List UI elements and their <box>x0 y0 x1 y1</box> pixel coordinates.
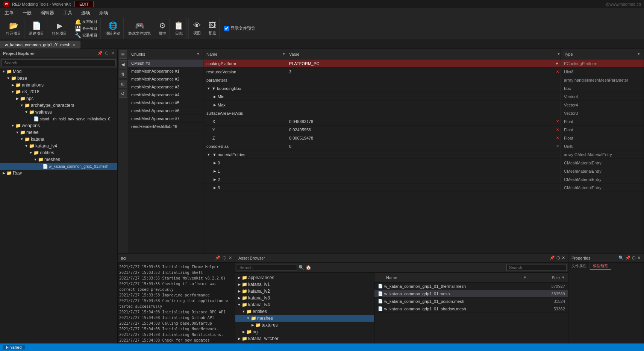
prop-row-cooking[interactable]: cookingPlatform PLATFORM_PC ▼ ECookingPl… <box>203 59 644 68</box>
tree-item-base[interactable]: ▼ 📁 base <box>0 75 117 82</box>
filter-col-icon[interactable]: ▼ <box>523 275 527 280</box>
view-button[interactable]: 👁 视图 <box>190 18 204 39</box>
expand-icon[interactable]: ▶ <box>212 186 217 190</box>
pack-project-button[interactable]: ▶ 打包项目 <box>49 18 70 39</box>
publish-group[interactable]: 🔔 发布项目 💾 备份项目 🔧 安装项目 <box>72 18 101 39</box>
properties-button[interactable]: ⚙ 属性 <box>156 18 170 39</box>
pin-icon[interactable]: 📌 <box>97 51 103 56</box>
chunk-item-rend[interactable]: rendRenderMeshBlob #8 <box>128 123 203 131</box>
prop-row-mat0[interactable]: ▶ 0 CMeshMaterialEntry <box>203 159 644 167</box>
tree-item-e3[interactable]: ▼ 📁 e3_2018 <box>0 88 117 95</box>
menu-editor[interactable]: 编辑器 <box>36 8 59 18</box>
tree-item-mesh-file[interactable]: 📄 w_katana_common_grip1_01.mesh <box>0 163 117 170</box>
home-icon[interactable]: 🏠 <box>306 265 311 270</box>
panel-close-icon[interactable]: ✕ <box>111 51 114 56</box>
tree-item-meshes[interactable]: ▼ 📁 meshes <box>0 156 117 163</box>
close-icon-console[interactable]: ✕ <box>556 144 559 148</box>
cr2w-tab[interactable]: EDIT <box>74 1 94 7</box>
tree-item-weapons[interactable]: ▼ 📁 weapons <box>0 122 117 129</box>
menu-misc[interactable]: 杂项 <box>95 8 113 18</box>
prop-row-mat3[interactable]: ▶ 3 CMeshMaterialEntry <box>203 184 644 192</box>
asset-tree-lv3[interactable]: ▶ 📁 katana_lv3 <box>235 295 374 301</box>
prop-row-mat1[interactable]: ▶ 1 CMeshMaterialEntry <box>203 167 644 175</box>
show-preview-input[interactable] <box>224 26 229 31</box>
prop-row-resource[interactable]: resourceVersion 3 ✕ Uint8 <box>203 68 644 76</box>
prop-row-parameters[interactable]: parameters array:handleiimeshMeshParamet… <box>203 76 644 84</box>
pin-icon[interactable]: 📌 <box>625 255 630 260</box>
asset-tree-entities[interactable]: ▼ 📁 entities <box>235 308 374 315</box>
menu-tools[interactable]: 工具 <box>59 8 77 18</box>
asset-tree-meshes[interactable]: ▼ 📁 meshes <box>235 315 374 322</box>
project-browser-button[interactable]: 🌐 项目浏览 <box>102 18 124 39</box>
tab-model-preview[interactable]: 模型预览 <box>590 263 611 270</box>
prop-row-z[interactable]: Z 0.006519478 ✕ Float <box>203 134 644 142</box>
chunk-item-4[interactable]: meshMeshAppearance #4 <box>128 91 203 99</box>
preview-button[interactable]: 🖼 预览 <box>206 18 220 39</box>
tree-item-animations[interactable]: ▶ 📁 animations <box>0 82 117 88</box>
close-icon-x[interactable]: ✕ <box>556 119 559 123</box>
close-icon[interactable]: ✕ <box>229 255 232 260</box>
expand-icon[interactable]: ▶ <box>212 103 217 107</box>
new-project-button[interactable]: 📄 新建项目 <box>26 18 47 39</box>
close-icon[interactable]: ✕ <box>637 255 641 260</box>
name-filter-icon[interactable]: ▼ <box>282 52 286 56</box>
tree-item-raw[interactable]: ▶ 📁 Raw <box>0 170 117 176</box>
arrows-button[interactable]: ⇅ <box>119 70 127 78</box>
asset-tree-textures[interactable]: ▶ 📁 textures <box>235 322 374 328</box>
expand-icon[interactable]: ▶ <box>212 169 217 173</box>
close-icon[interactable]: ✕ <box>562 255 565 260</box>
arrow-left-button[interactable]: ◀ <box>119 60 127 68</box>
prop-row-mat2[interactable]: ▶ 2 CMeshMaterialEntry <box>203 175 644 184</box>
type-filter-icon[interactable]: ▼ <box>637 52 641 56</box>
chunk-item-1[interactable]: meshMeshAppearance #1 <box>128 67 203 75</box>
show-preview-checkbox[interactable]: 显示文件预览 <box>221 24 258 33</box>
value-filter-icon[interactable]: ▼ <box>557 52 561 56</box>
tree-item-archetype[interactable]: ▼ 📁 archetype_characters <box>0 102 117 109</box>
prop-row-y[interactable]: Y 0.02495956 ✕ Float <box>203 126 644 134</box>
prop-row-surface[interactable]: surfaceAreaPerAxis Vector3 <box>203 109 644 117</box>
asset-file-row-2[interactable]: 📄 w_katana_common_grip1_01_poison.mesh 3… <box>374 298 568 305</box>
expand-icon[interactable]: ▼ <box>206 87 211 90</box>
expand-icon[interactable]: ▼ <box>206 153 211 157</box>
layers-button[interactable]: ⊞ <box>119 80 127 88</box>
dropdown-arrow[interactable]: ▼ <box>555 61 559 66</box>
game-files-button[interactable]: 🎮 游戏文件浏览 <box>125 18 154 39</box>
expand-icon[interactable]: ⬡ <box>556 255 560 260</box>
prop-row-min[interactable]: ▶ Min Vector4 <box>203 93 644 101</box>
asset-tree-witcher[interactable]: ▶ 📁 katana_witcher <box>235 335 374 342</box>
chunks-filter-icon[interactable]: ▼ <box>196 52 200 56</box>
expand-icon[interactable]: ⬡ <box>223 255 226 260</box>
expand-icon[interactable]: ▶ <box>212 95 217 99</box>
asset-file-row-1[interactable]: 📄 w_katana_common_grip1_01.mesh 383589 <box>374 290 568 298</box>
chunk-item-5[interactable]: meshMeshAppearance #5 <box>128 99 203 107</box>
size-filter-icon[interactable]: ▼ <box>561 275 565 280</box>
file-tab[interactable]: w_katana_common_grip1_01.mesh ✕ <box>0 41 80 49</box>
hamburger-button[interactable]: ☰ <box>119 50 127 59</box>
tree-item-stand[interactable]: 📄 stand__rh_hold_tray_serve_milkshakes_0 <box>0 115 117 122</box>
panel-expand-icon[interactable]: ⬡ <box>105 51 109 56</box>
asset-tree-lv4[interactable]: ▼ 📁 katana_lv4 <box>235 301 374 308</box>
tree-item-katana[interactable]: ▼ 📁 katana <box>0 136 117 143</box>
tree-item-npc[interactable]: ▶ 📁 npc <box>0 95 117 102</box>
file-tab-close[interactable]: ✕ <box>73 43 76 47</box>
chunk-item-cmesh[interactable]: CMesh #0 <box>128 59 203 67</box>
menu-options[interactable]: 选项 <box>77 8 95 18</box>
tree-item-mod[interactable]: ▼ 📁 Mod <box>0 68 117 75</box>
chunk-item-7[interactable]: meshMeshAppearance #7 <box>128 115 203 123</box>
chunk-item-6[interactable]: meshMeshAppearance #6 <box>128 107 203 115</box>
asset-search-input[interactable] <box>237 264 297 271</box>
asset-tree-lv1[interactable]: ▶ 📁 katana_lv1 <box>235 281 374 288</box>
asset-tree-lv2[interactable]: ▶ 📁 katana_lv2 <box>235 288 374 295</box>
menu-general[interactable]: 一般 <box>18 8 36 18</box>
tree-item-entities[interactable]: ▼ 📁 entities <box>0 149 117 156</box>
expand-icon[interactable]: ▶ <box>212 178 217 181</box>
open-project-button[interactable]: 📂 打开项目 <box>3 18 24 39</box>
expand-icon[interactable]: ⬡ <box>632 255 636 260</box>
prop-row-material[interactable]: ▼ ▼ materialEntries array:CMeshMaterialE… <box>203 150 644 159</box>
tree-item-melee[interactable]: ▼ 📁 melee <box>0 129 117 136</box>
asset-tree-appearances[interactable]: ▶ 📁 appearances <box>235 274 374 281</box>
chunk-item-3[interactable]: meshMeshAppearance #3 <box>128 83 203 91</box>
asset-file-row-0[interactable]: 📄 w_katana_common_grip1_01_thermal.mesh … <box>374 283 568 290</box>
chunk-item-2[interactable]: meshMeshAppearance #2 <box>128 75 203 83</box>
prop-row-console[interactable]: consoleBias 0 ✕ Uint8 <box>203 142 644 150</box>
